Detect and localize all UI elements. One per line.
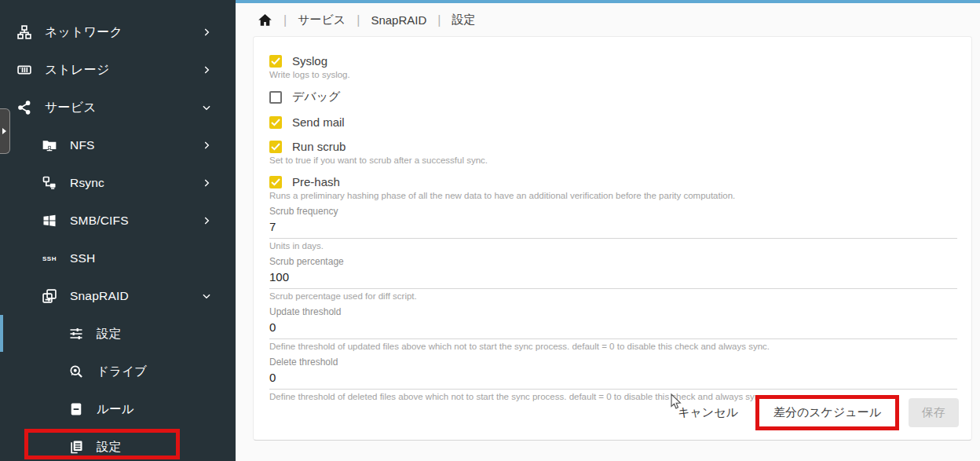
save-button: 保存	[909, 398, 959, 427]
update-threshold-field: Update threshold Define threshold of upd…	[269, 306, 957, 352]
scrub-frequency-label: Scrub frequency	[269, 206, 957, 217]
sidebar-item-label: サービス	[45, 100, 97, 116]
chevron-right-icon	[201, 140, 212, 151]
scrub-frequency-field: Scrub frequency Units in days.	[269, 206, 957, 251]
log-list-icon	[68, 438, 85, 456]
pre-hash-label: Pre-hash	[292, 175, 340, 188]
sidebar-item-snapraid-settings[interactable]: 設定	[0, 315, 236, 353]
sidebar-item-snapraid-drives[interactable]: ドライブ	[0, 353, 236, 390]
chevron-down-icon	[201, 291, 212, 302]
sidebar-item-label: ネットワーク	[45, 24, 122, 41]
run-scrub-checkbox[interactable]	[269, 141, 282, 153]
annotation-red-box-diff-button: 差分のスケジュール	[755, 395, 899, 430]
pre-hash-row: Pre-hash	[269, 175, 957, 188]
ssh-icon: SSH	[41, 250, 58, 267]
run-scrub-helper: Set to true if you want to scrub after a…	[269, 155, 957, 166]
sidebar-item-smb-cifs[interactable]: SMB/CIFS	[0, 202, 236, 240]
sidebar-item-snapraid[interactable]: SnapRAID	[0, 277, 236, 315]
syslog-label: Syslog	[292, 54, 327, 68]
debug-row: デバッグ	[269, 90, 957, 104]
sidebar-item-rsync[interactable]: Rsync	[0, 164, 236, 202]
sidebar-item-label: Rsync	[70, 176, 104, 190]
scrub-frequency-input[interactable]	[269, 217, 957, 239]
sidebar: ネットワーク ストレージ サービス	[0, 0, 236, 461]
update-threshold-label: Update threshold	[269, 306, 957, 317]
scrub-percentage-label: Scrub percentage	[269, 256, 957, 267]
delete-threshold-label: Delete threshold	[269, 357, 957, 368]
sidebar-item-label: ドライブ	[97, 364, 147, 380]
chevron-right-icon	[201, 27, 212, 38]
delete-threshold-input[interactable]	[269, 368, 957, 390]
snapraid-icon	[41, 287, 58, 305]
breadcrumb-settings: 設定	[452, 13, 475, 27]
pre-hash-checkbox[interactable]	[269, 176, 282, 188]
chevron-right-icon	[201, 64, 212, 75]
sidebar-item-nfs[interactable]: NFS	[0, 126, 236, 164]
network-icon	[16, 24, 33, 41]
sidebar-item-snapraid-rules[interactable]: ルール	[0, 390, 236, 428]
debug-checkbox[interactable]	[269, 91, 282, 104]
update-threshold-input[interactable]	[269, 317, 957, 339]
syslog-checkbox[interactable]	[269, 55, 282, 68]
chevron-down-icon	[201, 102, 212, 113]
scrub-percentage-helper: Scrub percentage used for diff script.	[269, 291, 957, 302]
run-scrub-row: Run scrub	[269, 140, 957, 153]
syslog-row: Syslog	[269, 54, 957, 68]
scrub-percentage-field: Scrub percentage Scrub percentage used f…	[269, 256, 957, 302]
services-share-icon	[16, 99, 33, 116]
debug-label: デバッグ	[292, 90, 340, 104]
sidebar-item-label: NFS	[70, 138, 95, 152]
form-footer: キャンセル 差分のスケジュール 保存	[668, 395, 959, 430]
breadcrumb-separator: |	[283, 13, 287, 27]
update-threshold-helper: Define threshold of updated files above …	[269, 342, 957, 352]
sidebar-item-snapraid-settings-log[interactable]: 設定	[0, 428, 236, 461]
sidebar-item-label: SMB/CIFS	[70, 214, 129, 228]
rules-file-icon	[68, 401, 85, 418]
sidebar-item-services[interactable]: サービス	[0, 89, 236, 126]
drawer-handle[interactable]	[0, 108, 10, 154]
breadcrumb-snapraid[interactable]: SnapRAID	[371, 13, 426, 27]
scrub-percentage-input[interactable]	[269, 267, 957, 289]
drawer-handle-arrow-icon	[2, 128, 6, 134]
home-icon[interactable]	[258, 13, 272, 27]
sidebar-item-label: SSH	[70, 251, 95, 265]
chevron-right-icon	[201, 215, 212, 226]
app-window: ネットワーク ストレージ サービス	[0, 0, 980, 461]
sidebar-item-label: SnapRAID	[70, 289, 129, 303]
sidebar-item-label: ルール	[97, 401, 134, 418]
sidebar-item-storage[interactable]: ストレージ	[0, 51, 236, 89]
tune-icon	[68, 325, 85, 342]
drive-icon	[68, 363, 85, 380]
main-content: | サービス | SnapRAID | 設定 Syslog Write logs…	[236, 0, 980, 461]
sidebar-item-label: 設定	[97, 326, 121, 342]
send-mail-checkbox[interactable]	[269, 116, 282, 129]
sidebar-nav: ネットワーク ストレージ サービス	[0, 0, 236, 461]
active-item-indicator	[0, 315, 3, 352]
breadcrumb-services[interactable]: サービス	[298, 13, 346, 27]
chevron-right-icon	[201, 177, 212, 188]
rsync-icon	[41, 174, 58, 192]
syslog-helper: Write logs to syslog.	[269, 70, 957, 80]
folder-network-icon	[41, 137, 58, 154]
storage-icon	[16, 61, 33, 79]
pre-hash-helper: Runs a preliminary hashing phase of all …	[269, 191, 957, 201]
sidebar-item-ssh[interactable]: SSH SSH	[0, 240, 236, 277]
breadcrumb-separator: |	[357, 13, 360, 27]
send-mail-label: Send mail	[292, 115, 345, 129]
sidebar-item-label: 設定	[97, 439, 121, 456]
windows-icon	[41, 212, 58, 229]
diff-schedule-button[interactable]: 差分のスケジュール	[759, 399, 895, 426]
cancel-button[interactable]: キャンセル	[668, 399, 748, 426]
settings-form-card: Syslog Write logs to syslog. デバッグ Send m…	[253, 36, 972, 441]
scrub-frequency-helper: Units in days.	[269, 241, 957, 251]
breadcrumb: | サービス | SnapRAID | 設定	[236, 3, 980, 35]
send-mail-row: Send mail	[269, 115, 957, 129]
sidebar-item-network[interactable]: ネットワーク	[0, 13, 236, 51]
run-scrub-label: Run scrub	[292, 140, 346, 153]
breadcrumb-separator: |	[437, 13, 441, 27]
sidebar-item-label: ストレージ	[45, 62, 110, 79]
